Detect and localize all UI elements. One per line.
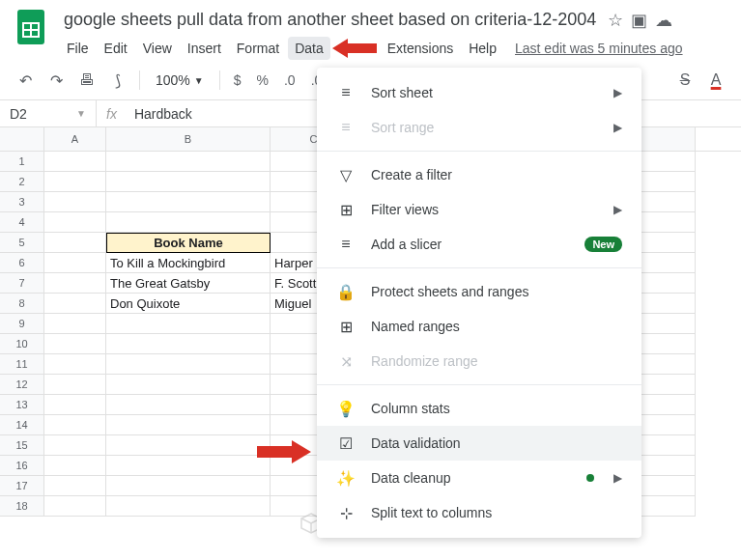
row-header[interactable]: 5 [0,233,44,253]
row-header[interactable]: 11 [0,354,44,375]
cell[interactable] [44,172,106,192]
fx-label: fx [97,106,127,122]
menu-item-split-text-to-columns[interactable]: ⊹Split text to columns [317,495,641,530]
menu-item-sort-sheet[interactable]: ≡Sort sheet▶ [317,75,641,110]
row-header[interactable]: 15 [0,435,44,456]
cell[interactable] [44,415,106,435]
row-header[interactable]: 18 [0,496,44,517]
cell[interactable] [106,456,271,476]
menu-format[interactable]: Format [230,37,286,60]
cell[interactable] [106,212,271,233]
cell[interactable] [44,395,106,415]
row-header[interactable]: 13 [0,395,44,415]
red-arrow-annotation-2 [257,437,311,466]
percent-button[interactable]: % [251,72,274,88]
cell[interactable]: Don Quixote [106,294,271,314]
cell[interactable] [44,456,106,476]
menu-item-label: Protect sheets and ranges [371,284,622,299]
last-edit-link[interactable]: Last edit was 5 minutes ago [515,41,683,56]
cell[interactable] [44,233,106,253]
menu-item-icon: ▽ [336,166,356,184]
cell[interactable] [44,253,106,273]
row-header[interactable]: 12 [0,375,44,395]
menu-view[interactable]: View [136,37,179,60]
sheets-logo[interactable] [12,8,50,46]
col-header-b[interactable]: B [106,127,271,151]
row-header[interactable]: 10 [0,334,44,354]
row-header[interactable]: 4 [0,212,44,233]
print-button[interactable]: 🖶 [73,67,100,94]
cell[interactable] [106,172,271,192]
cell[interactable]: The Great Gatsby [106,273,271,294]
cell[interactable] [106,314,271,334]
cell[interactable] [106,496,271,517]
doc-title[interactable]: google sheets pull data from another she… [60,8,600,32]
currency-button[interactable]: $ [228,72,247,88]
cell[interactable] [44,192,106,212]
cell[interactable] [106,334,271,354]
cell[interactable] [44,476,106,496]
cell[interactable] [44,435,106,456]
row-header[interactable]: 9 [0,314,44,334]
menu-item-named-ranges[interactable]: ⊞Named ranges [317,309,641,344]
select-all-corner[interactable] [0,127,44,151]
zoom-selector[interactable]: 100% ▼ [148,72,212,88]
cell[interactable] [44,354,106,375]
row-header[interactable]: 7 [0,273,44,294]
cell[interactable] [44,496,106,517]
strikethrough-button[interactable]: S [671,67,698,94]
cell[interactable] [44,294,106,314]
red-arrow-annotation [332,36,379,61]
cell-reference[interactable]: D2▼ [0,100,97,126]
cell[interactable] [106,192,271,212]
cell[interactable] [106,435,271,456]
row-header[interactable]: 2 [0,172,44,192]
cell[interactable] [44,334,106,354]
decimal-decrease-button[interactable]: .0 [278,72,301,88]
cell[interactable] [106,415,271,435]
menu-insert[interactable]: Insert [181,37,228,60]
redo-button[interactable]: ↷ [43,67,70,94]
cloud-icon[interactable]: ☁ [655,10,672,31]
menu-help[interactable]: Help [462,37,503,60]
menu-file[interactable]: File [60,37,96,60]
undo-button[interactable]: ↶ [12,67,39,94]
menu-item-data-cleanup[interactable]: ✨Data cleanup▶ [317,461,641,495]
row-header[interactable]: 3 [0,192,44,212]
cell[interactable] [106,152,271,172]
row-header[interactable]: 1 [0,152,44,172]
menu-item-protect-sheets-and-ranges[interactable]: 🔒Protect sheets and ranges [317,274,641,309]
star-icon[interactable]: ☆ [608,10,623,31]
cell[interactable] [44,152,106,172]
menu-separator [317,384,641,385]
row-header[interactable]: 14 [0,415,44,435]
menu-item-filter-views[interactable]: ⊞Filter views▶ [317,192,641,227]
cell[interactable] [106,375,271,395]
move-icon[interactable]: ▣ [631,10,647,31]
row-header[interactable]: 17 [0,476,44,496]
menu-item-add-a-slicer[interactable]: ≡Add a slicerNew [317,227,641,262]
cell[interactable] [44,212,106,233]
menu-extensions[interactable]: Extensions [381,37,460,60]
cell[interactable] [44,273,106,294]
cell[interactable] [44,375,106,395]
cell[interactable]: Book Name [106,233,271,253]
menu-item-label: Sort range [371,120,598,135]
cell[interactable] [106,395,271,415]
menu-item-data-validation[interactable]: ☑Data validation [317,426,641,461]
cell[interactable] [44,314,106,334]
cell[interactable] [106,476,271,496]
menu-data[interactable]: Data [288,37,330,60]
row-header[interactable]: 8 [0,294,44,314]
col-header-a[interactable]: A [44,127,106,151]
submenu-arrow-icon: ▶ [613,121,622,134]
cell[interactable]: To Kill a Mockingbird [106,253,271,273]
menu-item-create-a-filter[interactable]: ▽Create a filter [317,157,641,192]
cell[interactable] [106,354,271,375]
row-header[interactable]: 6 [0,253,44,273]
menu-edit[interactable]: Edit [98,37,134,60]
paint-format-button[interactable]: ⟆ [104,67,131,94]
menu-item-column-stats[interactable]: 💡Column stats [317,391,641,426]
text-color-button[interactable]: A [702,67,729,94]
row-header[interactable]: 16 [0,456,44,476]
